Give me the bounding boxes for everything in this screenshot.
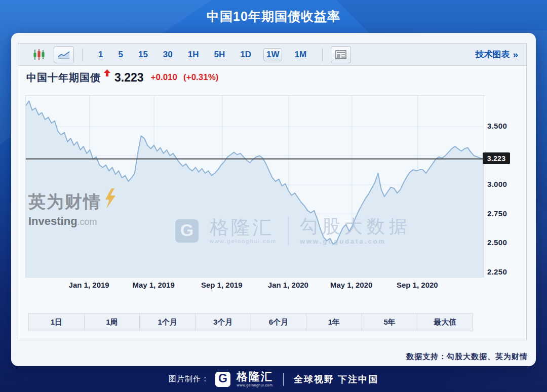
chart-widget-panel: 1515301H5H1D1W1M 技术图表 » 中国十年期国债 — [18, 43, 527, 340]
range-button[interactable]: 1周 — [84, 313, 140, 331]
up-arrow-icon — [104, 69, 110, 79]
x-axis-tick-label: Jan 1, 2020 — [268, 281, 308, 289]
interval-button-1w[interactable]: 1W — [263, 48, 283, 61]
instrument-header: 中国十年期国债 3.223 +0.010 (+0.31%) — [26, 69, 219, 86]
line-chart-icon — [57, 50, 70, 60]
brand-url: www.gelonghui.com — [237, 383, 273, 387]
range-button[interactable]: 1年 — [306, 313, 362, 331]
range-button[interactable]: 5年 — [362, 313, 417, 331]
y-axis-labels: 3.5003.2503.0002.7502.5002.250 — [485, 44, 526, 340]
range-selector: 1日1周1个月3个月6个月1年5年最大值 — [28, 313, 473, 331]
interval-buttons: 1515301H5H1D1W1M — [91, 48, 314, 61]
interval-button-5h[interactable]: 5H — [211, 48, 228, 61]
x-axis-tick-label: Sep 1, 2020 — [397, 281, 438, 289]
series-area — [26, 101, 484, 277]
range-button[interactable]: 1日 — [29, 313, 84, 331]
page-title: 中国10年期国债收益率 — [0, 0, 547, 32]
news-panel-button[interactable] — [331, 46, 351, 63]
brand-slogan: 全球视野 下注中国 — [294, 373, 378, 385]
chart-toolbar: 1515301H5H1D1W1M 技术图表 » — [18, 44, 526, 66]
chart-card: 1515301H5H1D1W1M 技术图表 » 中国十年期国债 — [11, 33, 536, 366]
current-price-badge: 3.223 — [483, 152, 510, 164]
y-axis-tick-label: 3.000 — [487, 180, 507, 188]
range-button[interactable]: 1个月 — [139, 313, 195, 331]
instrument-change-percent: (+0.31%) — [183, 72, 218, 83]
chart-plot-area[interactable] — [25, 95, 484, 278]
x-axis-tick-label: May 1, 2019 — [132, 281, 174, 289]
bottom-bar-divider — [283, 373, 284, 386]
brand-name: 格隆汇 — [237, 371, 273, 382]
interval-button-1h[interactable]: 1H — [185, 48, 202, 61]
x-axis-labels: Jan 1, 2019May 1, 2019Sep 1, 2019Jan 1, … — [18, 281, 526, 293]
instrument-name: 中国十年期国债 — [26, 71, 101, 85]
instrument-value: 3.223 — [114, 71, 144, 85]
interval-button-1d[interactable]: 1D — [237, 48, 254, 61]
x-axis-tick-label: Sep 1, 2019 — [201, 281, 243, 289]
bottom-credit-bar: 图片制作： G 格隆汇 www.gelonghui.com 全球视野 下注中国 — [0, 366, 547, 392]
range-button[interactable]: 6个月 — [251, 313, 306, 331]
gelonghui-logo-icon: G — [215, 372, 230, 387]
interval-button-30[interactable]: 30 — [160, 48, 176, 61]
instrument-change: +0.010 — [151, 72, 177, 83]
interval-button-1m[interactable]: 1M — [291, 48, 309, 61]
interval-button-15[interactable]: 15 — [135, 48, 151, 61]
toolbar-divider — [82, 48, 83, 61]
x-axis-tick-label: May 1, 2020 — [330, 281, 372, 289]
range-button[interactable]: 3个月 — [195, 313, 251, 331]
y-axis-tick-label: 2.250 — [487, 267, 507, 276]
range-button[interactable]: 最大值 — [417, 313, 473, 331]
x-axis-tick-label: Jan 1, 2019 — [69, 281, 109, 289]
y-axis-tick-label: 2.500 — [487, 238, 507, 247]
candlestick-chart-icon[interactable] — [32, 48, 46, 61]
line-chart-icon-selected[interactable] — [54, 46, 74, 63]
toolbar-divider — [322, 48, 323, 61]
interval-button-5[interactable]: 5 — [115, 48, 126, 61]
credit-label: 图片制作： — [169, 374, 209, 384]
interval-button-1[interactable]: 1 — [95, 48, 106, 61]
newspaper-icon — [335, 50, 346, 59]
data-credit-text: 数据支持：勾股大数据、英为财情 — [406, 352, 528, 362]
y-axis-tick-label: 2.750 — [487, 209, 507, 218]
y-axis-tick-label: 3.500 — [487, 122, 507, 130]
